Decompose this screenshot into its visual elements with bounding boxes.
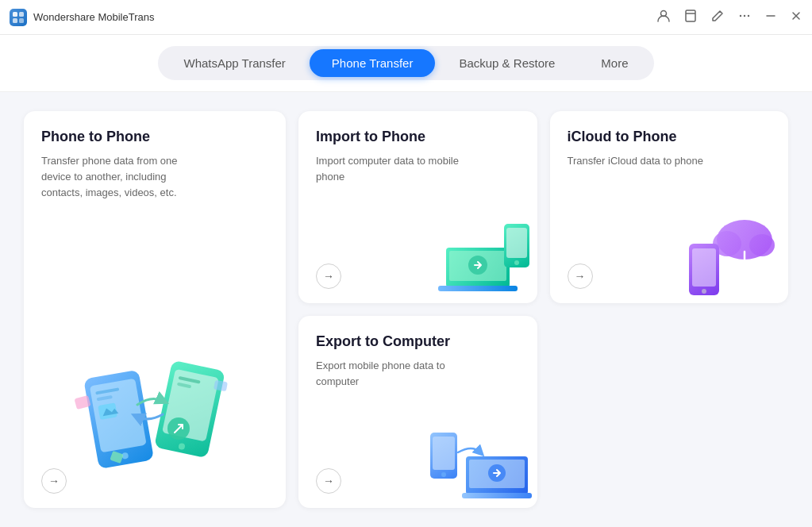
app-icon — [10, 9, 27, 26]
svg-rect-3 — [19, 18, 24, 23]
card-desc-import: Import computer data to mobile phone — [316, 153, 475, 185]
svg-point-34 — [749, 234, 775, 256]
card-export-to-computer[interactable]: Export to Computer Export mobile phone d… — [298, 316, 537, 508]
card-arrow-import[interactable]: → — [316, 264, 341, 289]
svg-rect-0 — [13, 12, 17, 17]
svg-rect-40 — [433, 437, 455, 470]
svg-rect-5 — [686, 10, 695, 21]
nav-item-backup[interactable]: Backup & Restore — [437, 49, 577, 77]
svg-point-7 — [744, 15, 745, 17]
title-bar-controls — [656, 9, 802, 25]
icloud-illustration — [677, 208, 780, 295]
nav-item-phone[interactable]: Phone Transfer — [310, 49, 436, 77]
main-content: Phone to Phone Transfer phone data from … — [0, 92, 812, 527]
svg-point-31 — [514, 260, 519, 265]
svg-rect-2 — [13, 18, 17, 23]
card-content-top: Phone to Phone Transfer phone data from … — [41, 129, 268, 201]
svg-rect-21 — [74, 395, 90, 410]
phone-to-phone-illustration — [67, 325, 242, 492]
card-phone-to-phone[interactable]: Phone to Phone Transfer phone data from … — [24, 111, 286, 508]
export-illustration — [426, 413, 529, 500]
card-title-phone-to-phone: Phone to Phone — [41, 129, 268, 145]
card-content-top-import: Import to Phone Import computer data to … — [316, 129, 520, 185]
title-bar: Wondershare MobileTrans — [0, 0, 812, 35]
card-content-top-export: Export to Computer Export mobile phone d… — [316, 333, 520, 390]
svg-point-38 — [702, 289, 706, 294]
card-title-icloud: iCloud to Phone — [568, 129, 772, 145]
edit-icon[interactable] — [710, 9, 725, 25]
bookmark-icon[interactable] — [683, 9, 698, 25]
svg-point-6 — [740, 15, 741, 17]
title-bar-left: Wondershare MobileTrans — [10, 9, 154, 26]
svg-rect-37 — [692, 248, 716, 287]
card-desc-export: Export mobile phone data to computer — [316, 358, 475, 390]
close-button[interactable] — [790, 10, 802, 25]
profile-icon[interactable] — [656, 9, 671, 25]
svg-point-41 — [441, 472, 446, 477]
nav-bar: WhatsApp Transfer Phone Transfer Backup … — [0, 35, 812, 92]
app-title: Wondershare MobileTrans — [33, 11, 154, 23]
card-title-export: Export to Computer — [316, 333, 520, 350]
nav-item-whatsapp[interactable]: WhatsApp Transfer — [161, 49, 307, 77]
svg-rect-30 — [506, 228, 527, 258]
nav-container: WhatsApp Transfer Phone Transfer Backup … — [158, 46, 653, 80]
card-import-to-phone[interactable]: Import to Phone Import computer data to … — [298, 111, 537, 303]
card-arrow-export[interactable]: → — [316, 468, 341, 494]
svg-rect-27 — [438, 286, 518, 291]
cards-grid: Phone to Phone Transfer phone data from … — [24, 111, 788, 508]
card-arrow-icloud[interactable]: → — [568, 264, 593, 289]
card-desc-phone-to-phone: Transfer phone data from one device to a… — [41, 153, 200, 201]
svg-rect-44 — [462, 493, 532, 498]
svg-rect-1 — [19, 12, 24, 17]
card-arrow-phone-to-phone[interactable]: → — [41, 468, 67, 494]
card-title-import: Import to Phone — [316, 129, 520, 145]
nav-item-more[interactable]: More — [579, 49, 650, 77]
import-illustration — [434, 208, 529, 295]
menu-icon[interactable] — [737, 9, 752, 25]
minimize-button[interactable] — [764, 10, 777, 25]
card-icloud-to-phone[interactable]: iCloud to Phone Transfer iCloud data to … — [550, 111, 789, 303]
svg-point-8 — [748, 15, 749, 17]
card-desc-icloud: Transfer iCloud data to phone — [568, 153, 726, 169]
card-content-top-icloud: iCloud to Phone Transfer iCloud data to … — [568, 129, 772, 169]
